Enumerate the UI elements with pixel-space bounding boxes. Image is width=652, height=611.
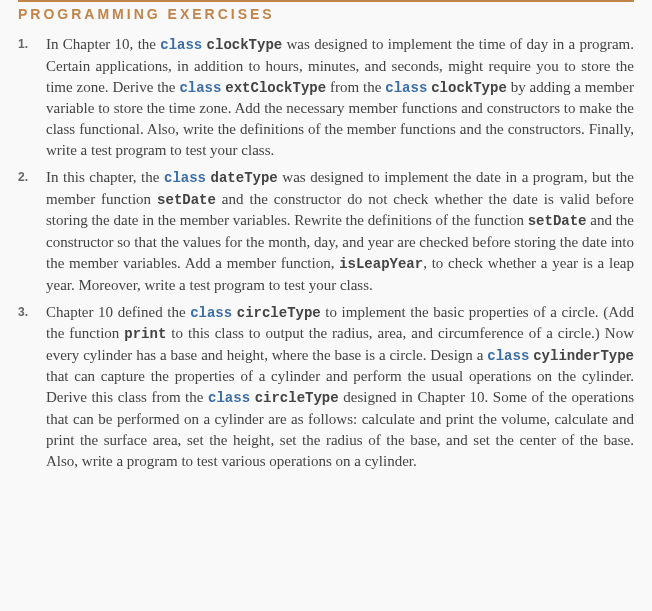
- code-identifier: extClockType: [225, 80, 326, 96]
- text: from the: [326, 79, 385, 95]
- code-identifier: cylinderType: [533, 348, 634, 364]
- code-identifier: print: [124, 326, 166, 342]
- keyword-class: class: [487, 348, 529, 364]
- code-identifier: circleType: [237, 305, 321, 321]
- text: In Chapter 10, the: [46, 36, 160, 52]
- exercise-number: 3.: [18, 302, 46, 472]
- text: In this chapter, the: [46, 169, 164, 185]
- keyword-class: class: [164, 170, 206, 186]
- exercise-body: In this chapter, the class dateType was …: [46, 167, 634, 295]
- section-title: PROGRAMMING EXERCISES: [18, 0, 634, 34]
- code-identifier: setDate: [157, 192, 216, 208]
- exercise-item: 1. In Chapter 10, the class clockType wa…: [18, 34, 634, 161]
- exercise-number: 1.: [18, 34, 46, 161]
- exercise-number: 2.: [18, 167, 46, 295]
- keyword-class: class: [179, 80, 221, 96]
- code-identifier: clockType: [207, 37, 283, 53]
- code-identifier: circleType: [255, 390, 339, 406]
- code-identifier: setDate: [528, 213, 587, 229]
- keyword-class: class: [190, 305, 232, 321]
- code-identifier: isLeapYear: [339, 256, 423, 272]
- exercise-item: 3. Chapter 10 defined the class circleTy…: [18, 302, 634, 472]
- code-identifier: clockType: [431, 80, 507, 96]
- keyword-class: class: [208, 390, 250, 406]
- exercise-item: 2. In this chapter, the class dateType w…: [18, 167, 634, 295]
- exercise-body: In Chapter 10, the class clockType was d…: [46, 34, 634, 161]
- exercise-body: Chapter 10 defined the class circleType …: [46, 302, 634, 472]
- keyword-class: class: [385, 80, 427, 96]
- page-container: PROGRAMMING EXERCISES 1. In Chapter 10, …: [0, 0, 652, 490]
- text: Chapter 10 defined the: [46, 304, 190, 320]
- code-identifier: dateType: [211, 170, 278, 186]
- keyword-class: class: [160, 37, 202, 53]
